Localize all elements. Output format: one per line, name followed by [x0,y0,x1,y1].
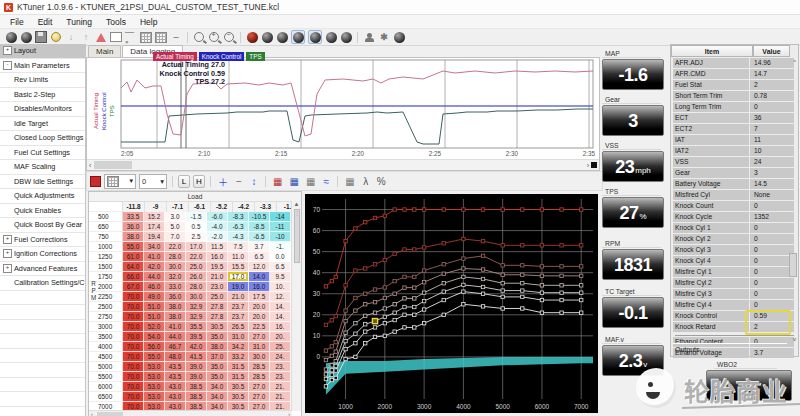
sidebar-item-fuel-cut-settings[interactable]: Fuel Cut Settings [0,146,85,161]
table-scroll-left-icon[interactable]: ‹ [91,411,93,416]
table-cell[interactable]: 25. [270,342,291,352]
table-cell[interactable]: 19.5 [207,262,228,272]
sidebar-item-quick-boost-by-gear[interactable]: Quick Boost By Gear [0,218,85,233]
table-cell[interactable]: 34.2 [228,342,249,352]
table-cell[interactable]: 7.5 [228,242,249,252]
table-cell[interactable]: -8.5 [249,222,270,232]
table-cell[interactable]: 52.0 [144,322,165,332]
table-cell[interactable]: 46.0 [144,282,165,292]
monitor-row[interactable]: IAT11 [671,135,798,145]
gauge-view-1-icon[interactable] [261,31,273,43]
sidebar-item-calibration-settings-c[interactable]: Calibration Settings/C [0,276,85,291]
interpolate-button[interactable]: ↕ [248,175,260,188]
table-cell[interactable]: 43.0 [165,382,186,392]
table-cell[interactable]: 70.0 [123,392,144,402]
outputs-section[interactable]: Outputs [673,343,787,353]
table-cell[interactable]: 34.0 [144,242,165,252]
table-cell[interactable]: 25.0 [186,262,207,272]
col-header[interactable]: -5.2 [211,202,233,212]
table-cell[interactable]: 64.0 [123,262,144,272]
gauge-view-7-icon[interactable] [393,31,405,43]
table-cell[interactable]: 66.0 [123,272,144,282]
monitor-row[interactable]: Misfire Cyl 40 [671,300,798,310]
table-cell[interactable]: 31.0 [228,332,249,342]
table-cell[interactable]: 44.0 [144,272,165,282]
menu-tools[interactable]: Tools [100,16,132,28]
monitor-row[interactable]: Misfire Cyl 10 [671,267,798,277]
table-cell[interactable]: 32.9 [186,312,207,322]
table-cell[interactable]: 26.0 [186,272,207,282]
decrease-button[interactable]: − [233,175,245,188]
table-cell[interactable]: 39.0 [186,362,207,372]
table-cell[interactable]: 32.9 [186,302,207,312]
monitor-row[interactable]: Long Term Trim0 [671,102,798,112]
expander-icon[interactable]: + [3,46,12,55]
table-cell[interactable]: 38.5 [186,382,207,392]
table-cell[interactable]: 38.0 [207,342,228,352]
value-spinner[interactable]: 0▾ [139,174,167,189]
table-cell[interactable]: 42.0 [186,342,207,352]
table-cell[interactable]: 54.0 [144,332,165,342]
table-cell[interactable]: 6.5 [249,252,270,262]
table-cell[interactable]: 43.0 [165,392,186,402]
table-cell[interactable]: 16. [270,322,291,332]
table-cell[interactable]: 17.0 [228,272,249,282]
table-cell[interactable]: 22.0 [165,242,186,252]
monitor-row[interactable]: Battery Voltage14.5 [671,179,798,189]
table-cell[interactable]: 14.0 [249,272,270,282]
table-hscrollbar[interactable]: ‹ › [89,410,292,416]
table-cell[interactable]: 23.0 [207,282,228,292]
datalog-open-icon[interactable] [155,31,167,43]
table-cell[interactable]: -4.3 [228,232,249,242]
table-cell[interactable]: 34.0 [207,392,228,402]
table-cell[interactable]: 67.0 [123,282,144,292]
graph-scrollbar[interactable]: ‹ › [87,159,599,170]
table-cell[interactable]: 27.0 [249,332,270,342]
monitor-row[interactable]: ECT36 [671,113,798,123]
table-cell[interactable]: 3.0 [165,212,186,222]
table-cell[interactable]: 37.0 [207,352,228,362]
table-cell[interactable]: 26.5 [228,322,249,332]
table-cell[interactable]: 70.0 [123,322,144,332]
gauge-view-3-icon[interactable] [291,30,305,44]
col-header[interactable]: -3.3 [255,202,277,212]
sidebar-item-quick-enables[interactable]: Quick Enables [0,204,85,219]
monitor-row[interactable]: Knock Cyl 10 [671,223,798,233]
menu-file[interactable]: File [4,16,30,28]
col-header[interactable]: -6.1 [189,202,211,212]
table-cell[interactable]: 46.7 [165,342,186,352]
monitor-row[interactable]: AFR.ADJ14.96 [671,58,798,68]
table-cell[interactable]: 0.0 [270,252,291,262]
monitor-row[interactable]: IAT210 [671,146,798,156]
table-cell[interactable]: 49.0 [144,292,165,302]
sidebar-item-idle-target[interactable]: Idle Target [0,117,85,132]
table-cell[interactable]: 53.0 [144,392,165,402]
percent-view-button[interactable]: % [375,175,388,188]
table-cell[interactable]: 3.7 [249,242,270,252]
table-cell[interactable]: 21.0 [207,272,228,282]
table-cell[interactable]: 17.0 [186,242,207,252]
monitor-row[interactable]: Short Term Trim0.78 [671,91,798,101]
monitor-row[interactable]: Misfire Cyl 30 [671,289,798,299]
sidebar-item-closed-loop-settings[interactable]: Closed Loop Settings [0,131,85,146]
menu-help[interactable]: Help [134,16,163,28]
table-cell[interactable]: 23. [270,362,291,372]
stop-icon[interactable] [591,162,597,168]
table-vscrollbar[interactable]: ▲ ⋮ [291,201,301,411]
table-cell[interactable]: -11 [270,222,291,232]
table-cell[interactable]: 70.0 [123,292,144,302]
monitor-row[interactable]: Knock Count0 [671,201,798,211]
table-cell[interactable]: 53.0 [144,372,165,382]
table-cell[interactable]: 20. [270,332,291,342]
upload-arrow-icon[interactable]: ↑ [80,31,92,43]
table-cell[interactable]: 53.0 [144,382,165,392]
gauge-view-2-icon[interactable] [276,31,288,43]
table-cell[interactable]: 38.5 [186,392,207,402]
sidebar-item-rev-limits[interactable]: Rev Limits [0,73,85,88]
table-cell[interactable]: 53.0 [144,362,165,372]
table-cell[interactable]: 17.5 [249,292,270,302]
table-cell[interactable]: 20.0 [249,312,270,322]
table-cell[interactable]: 51.0 [144,312,165,322]
expander-icon[interactable]: - [3,61,12,70]
sidebar-item-layout[interactable]: +Layout [0,44,85,59]
